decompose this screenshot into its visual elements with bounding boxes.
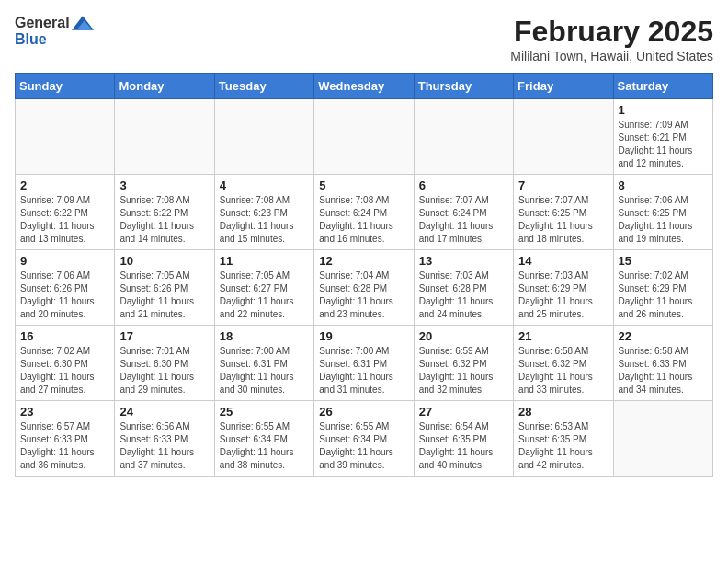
day-number: 15 — [619, 254, 708, 268]
day-number: 10 — [119, 254, 209, 268]
calendar-cell: 3Sunrise: 7:08 AM Sunset: 6:22 PM Daylig… — [115, 175, 214, 250]
calendar-cell: 25Sunrise: 6:55 AM Sunset: 6:34 PM Dayli… — [214, 401, 313, 477]
page-header: General Blue February 2025 Mililani Town… — [15, 15, 713, 63]
calendar-cell — [613, 401, 712, 477]
calendar-cell: 15Sunrise: 7:02 AM Sunset: 6:29 PM Dayli… — [613, 250, 712, 326]
day-info: Sunrise: 7:02 AM Sunset: 6:29 PM Dayligh… — [619, 270, 708, 321]
day-info: Sunrise: 6:58 AM Sunset: 6:33 PM Dayligh… — [619, 345, 708, 396]
calendar-cell: 24Sunrise: 6:56 AM Sunset: 6:33 PM Dayli… — [115, 401, 214, 477]
day-number: 17 — [119, 329, 209, 343]
day-info: Sunrise: 6:55 AM Sunset: 6:34 PM Dayligh… — [220, 420, 309, 472]
calendar-cell: 17Sunrise: 7:01 AM Sunset: 6:30 PM Dayli… — [115, 326, 214, 401]
calendar-cell: 5Sunrise: 7:08 AM Sunset: 6:24 PM Daylig… — [314, 175, 414, 250]
day-number: 16 — [20, 329, 109, 343]
calendar-cell — [214, 99, 313, 175]
calendar-cell — [514, 99, 613, 175]
day-number: 18 — [220, 329, 309, 343]
calendar-cell: 11Sunrise: 7:05 AM Sunset: 6:27 PM Dayli… — [214, 250, 313, 326]
location-subtitle: Mililani Town, Hawaii, United States — [510, 49, 713, 63]
logo-blue-text: Blue — [15, 31, 47, 48]
calendar-cell: 18Sunrise: 7:00 AM Sunset: 6:31 PM Dayli… — [214, 326, 313, 401]
day-info: Sunrise: 7:04 AM Sunset: 6:28 PM Dayligh… — [319, 270, 408, 321]
day-number: 23 — [20, 405, 109, 419]
calendar-cell: 26Sunrise: 6:55 AM Sunset: 6:34 PM Dayli… — [314, 401, 414, 477]
day-number: 1 — [619, 103, 708, 117]
day-info: Sunrise: 7:02 AM Sunset: 6:30 PM Dayligh… — [20, 345, 109, 396]
day-number: 13 — [419, 254, 508, 268]
day-number: 20 — [419, 329, 508, 343]
day-info: Sunrise: 7:09 AM Sunset: 6:21 PM Dayligh… — [619, 119, 708, 170]
day-number: 12 — [319, 254, 408, 268]
calendar-cell: 20Sunrise: 6:59 AM Sunset: 6:32 PM Dayli… — [414, 326, 513, 401]
calendar-cell — [314, 99, 414, 175]
day-number: 19 — [319, 329, 408, 343]
calendar-cell: 4Sunrise: 7:08 AM Sunset: 6:23 PM Daylig… — [214, 175, 313, 250]
day-info: Sunrise: 7:05 AM Sunset: 6:26 PM Dayligh… — [119, 270, 209, 321]
calendar-week-4: 16Sunrise: 7:02 AM Sunset: 6:30 PM Dayli… — [16, 326, 713, 401]
day-info: Sunrise: 7:06 AM Sunset: 6:25 PM Dayligh… — [619, 194, 708, 246]
day-info: Sunrise: 6:58 AM Sunset: 6:32 PM Dayligh… — [518, 345, 608, 396]
column-header-saturday: Saturday — [613, 74, 712, 99]
day-info: Sunrise: 7:00 AM Sunset: 6:31 PM Dayligh… — [319, 345, 408, 396]
day-number: 22 — [619, 329, 708, 343]
day-number: 24 — [119, 405, 209, 419]
month-year-title: February 2025 — [510, 15, 713, 49]
day-info: Sunrise: 7:08 AM Sunset: 6:23 PM Dayligh… — [220, 194, 309, 246]
calendar-cell: 2Sunrise: 7:09 AM Sunset: 6:22 PM Daylig… — [16, 175, 115, 250]
day-number: 7 — [518, 178, 608, 192]
day-info: Sunrise: 7:07 AM Sunset: 6:24 PM Dayligh… — [419, 194, 508, 246]
calendar-cell: 28Sunrise: 6:53 AM Sunset: 6:35 PM Dayli… — [514, 401, 613, 477]
column-header-thursday: Thursday — [414, 74, 513, 99]
calendar-cell: 1Sunrise: 7:09 AM Sunset: 6:21 PM Daylig… — [613, 99, 712, 175]
day-number: 14 — [518, 254, 608, 268]
day-info: Sunrise: 7:07 AM Sunset: 6:25 PM Dayligh… — [518, 194, 608, 246]
calendar-cell: 9Sunrise: 7:06 AM Sunset: 6:26 PM Daylig… — [16, 250, 115, 326]
day-number: 26 — [319, 405, 408, 419]
day-number: 4 — [220, 178, 309, 192]
day-number: 27 — [419, 405, 508, 419]
day-info: Sunrise: 7:03 AM Sunset: 6:29 PM Dayligh… — [518, 270, 608, 321]
day-info: Sunrise: 6:56 AM Sunset: 6:33 PM Dayligh… — [119, 420, 209, 472]
calendar-cell — [16, 99, 115, 175]
day-number: 2 — [20, 178, 109, 192]
calendar-cell — [414, 99, 513, 175]
calendar-week-1: 1Sunrise: 7:09 AM Sunset: 6:21 PM Daylig… — [16, 99, 713, 175]
day-number: 25 — [220, 405, 309, 419]
calendar-table: SundayMondayTuesdayWednesdayThursdayFrid… — [15, 73, 713, 477]
calendar-cell: 7Sunrise: 7:07 AM Sunset: 6:25 PM Daylig… — [514, 175, 613, 250]
day-info: Sunrise: 6:55 AM Sunset: 6:34 PM Dayligh… — [319, 420, 408, 472]
calendar-cell — [115, 99, 214, 175]
column-header-wednesday: Wednesday — [314, 74, 414, 99]
calendar-week-2: 2Sunrise: 7:09 AM Sunset: 6:22 PM Daylig… — [16, 175, 713, 250]
column-header-sunday: Sunday — [16, 74, 115, 99]
calendar-cell: 10Sunrise: 7:05 AM Sunset: 6:26 PM Dayli… — [115, 250, 214, 326]
logo: General Blue — [15, 15, 94, 48]
column-header-monday: Monday — [115, 74, 214, 99]
day-number: 21 — [518, 329, 608, 343]
day-info: Sunrise: 7:06 AM Sunset: 6:26 PM Dayligh… — [20, 270, 109, 321]
calendar-cell: 14Sunrise: 7:03 AM Sunset: 6:29 PM Dayli… — [514, 250, 613, 326]
day-info: Sunrise: 7:00 AM Sunset: 6:31 PM Dayligh… — [220, 345, 309, 396]
day-info: Sunrise: 7:03 AM Sunset: 6:28 PM Dayligh… — [419, 270, 508, 321]
day-info: Sunrise: 6:59 AM Sunset: 6:32 PM Dayligh… — [419, 345, 508, 396]
day-number: 3 — [119, 178, 209, 192]
calendar-cell: 16Sunrise: 7:02 AM Sunset: 6:30 PM Dayli… — [16, 326, 115, 401]
calendar-cell: 13Sunrise: 7:03 AM Sunset: 6:28 PM Dayli… — [414, 250, 513, 326]
calendar-cell: 27Sunrise: 6:54 AM Sunset: 6:35 PM Dayli… — [414, 401, 513, 477]
day-info: Sunrise: 7:09 AM Sunset: 6:22 PM Dayligh… — [20, 194, 109, 246]
logo-icon — [72, 16, 94, 30]
calendar-cell: 22Sunrise: 6:58 AM Sunset: 6:33 PM Dayli… — [613, 326, 712, 401]
calendar-cell: 23Sunrise: 6:57 AM Sunset: 6:33 PM Dayli… — [16, 401, 115, 477]
calendar-week-3: 9Sunrise: 7:06 AM Sunset: 6:26 PM Daylig… — [16, 250, 713, 326]
day-number: 11 — [220, 254, 309, 268]
day-info: Sunrise: 6:53 AM Sunset: 6:35 PM Dayligh… — [518, 420, 608, 472]
column-header-friday: Friday — [514, 74, 613, 99]
day-number: 8 — [619, 178, 708, 192]
day-number: 28 — [518, 405, 608, 419]
logo-general-text: General — [15, 15, 70, 31]
calendar-cell: 19Sunrise: 7:00 AM Sunset: 6:31 PM Dayli… — [314, 326, 414, 401]
calendar-cell: 21Sunrise: 6:58 AM Sunset: 6:32 PM Dayli… — [514, 326, 613, 401]
calendar-header-row: SundayMondayTuesdayWednesdayThursdayFrid… — [16, 74, 713, 99]
day-number: 5 — [319, 178, 408, 192]
calendar-cell: 8Sunrise: 7:06 AM Sunset: 6:25 PM Daylig… — [613, 175, 712, 250]
